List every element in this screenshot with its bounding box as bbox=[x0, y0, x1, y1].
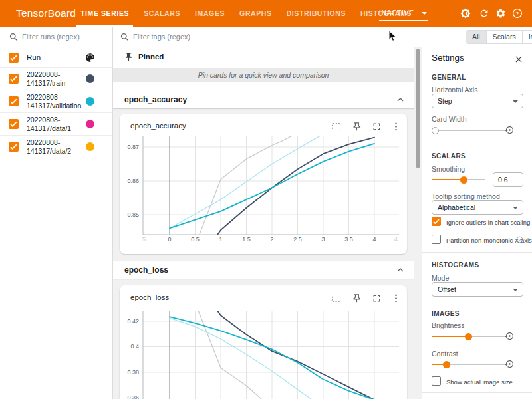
card-title: epoch_accuracy bbox=[130, 122, 186, 130]
app-header: TensorBoard TIME SERIES SCALARS IMAGES G… bbox=[0, 0, 532, 27]
run-checkbox[interactable] bbox=[9, 119, 19, 129]
tab-time-series[interactable]: TIME SERIES bbox=[73, 0, 136, 27]
filter-chip-image[interactable]: Image bbox=[522, 31, 532, 43]
svg-text:1: 1 bbox=[219, 236, 222, 243]
epoch-loss-chart[interactable]: 0.420.40.380.36 bbox=[120, 285, 407, 399]
run-color-dot bbox=[86, 74, 94, 83]
reset-icon[interactable] bbox=[505, 125, 515, 135]
fit-domain-icon[interactable] bbox=[331, 293, 342, 304]
run-color-dot bbox=[86, 97, 94, 106]
close-icon[interactable] bbox=[514, 55, 523, 64]
tab-scalars[interactable]: SCALARS bbox=[136, 0, 188, 27]
reset-icon[interactable] bbox=[505, 359, 515, 369]
scalars-section-label: SCALARS bbox=[432, 152, 466, 160]
svg-text:3.5: 3.5 bbox=[344, 236, 353, 243]
run-checkbox[interactable] bbox=[9, 142, 19, 152]
tensorboard-logo: TensorBoard bbox=[16, 0, 76, 27]
epoch-accuracy-chart[interactable]: 0.850.860.87500.511.522.533.544 bbox=[120, 114, 407, 254]
tab-images[interactable]: IMAGES bbox=[188, 0, 232, 27]
run-checkbox[interactable] bbox=[9, 96, 19, 106]
help-icon[interactable]: ? bbox=[512, 8, 523, 19]
run-select-all-checkbox[interactable] bbox=[9, 53, 19, 63]
epoch-accuracy-card: 0.850.860.87500.511.522.533.544 epoch_ac… bbox=[120, 114, 407, 254]
histogram-mode-select[interactable]: Offset bbox=[432, 282, 523, 297]
smoothing-value-input[interactable]: 0.6 bbox=[493, 172, 523, 187]
smoothing-slider[interactable] bbox=[432, 175, 485, 184]
section-header-epoch-accuracy[interactable]: epoch_accuracy bbox=[113, 91, 414, 108]
svg-text:0: 0 bbox=[168, 236, 171, 243]
theme-toggle-icon[interactable] bbox=[460, 8, 471, 19]
run-checkbox[interactable] bbox=[9, 74, 19, 84]
pinned-section: Pinned Pin cards for a quick view and co… bbox=[113, 47, 414, 91]
more-options-icon[interactable] bbox=[390, 293, 402, 304]
filter-tags-input[interactable]: Filter tags (regex) bbox=[133, 33, 190, 41]
palette-icon[interactable] bbox=[84, 52, 96, 63]
svg-text:0.5: 0.5 bbox=[191, 236, 200, 243]
horizontal-axis-label: Horizontal Axis bbox=[432, 86, 477, 94]
histogram-mode-label: Mode bbox=[432, 274, 449, 282]
help-icon[interactable]: ? bbox=[516, 236, 523, 243]
chevron-up-icon[interactable] bbox=[395, 265, 406, 275]
contrast-slider[interactable] bbox=[432, 360, 505, 369]
settings-panel: Settings GENERAL Horizontal Axis Step Ca… bbox=[422, 47, 532, 399]
run-label: 20220808-141317/validation bbox=[27, 93, 84, 111]
pinned-header-row: Pinned bbox=[113, 47, 414, 67]
run-label: 20220808-141317/data/2 bbox=[27, 138, 84, 156]
section-header-epoch-loss[interactable]: epoch_loss bbox=[113, 261, 414, 279]
svg-text:0.87: 0.87 bbox=[127, 144, 139, 150]
filter-runs-input[interactable]: Filter runs (regex) bbox=[22, 33, 80, 41]
settings-gear-icon[interactable] bbox=[495, 8, 506, 19]
svg-text:3: 3 bbox=[321, 236, 325, 243]
brightness-label: Brightness bbox=[432, 321, 465, 329]
chevron-up-icon[interactable] bbox=[395, 94, 406, 105]
pin-outline-icon[interactable] bbox=[351, 121, 362, 132]
epoch-loss-card: 0.420.40.380.36 epoch_loss bbox=[120, 285, 407, 399]
tab-graphs[interactable]: GRAPHS bbox=[232, 0, 279, 27]
svg-text:0.38: 0.38 bbox=[127, 369, 139, 376]
runs-header-label: Run bbox=[27, 53, 41, 61]
runs-sidebar: Filter runs (regex) Run 20220808-141317/… bbox=[0, 27, 113, 399]
contrast-label: Contrast bbox=[432, 350, 458, 358]
tooltip-sort-select[interactable]: Alphabetical bbox=[432, 200, 523, 215]
show-actual-size-checkbox[interactable] bbox=[432, 376, 441, 386]
horizontal-axis-value: Step bbox=[438, 94, 452, 108]
smoothing-label: Smoothing bbox=[432, 165, 465, 173]
filter-chip-all[interactable]: All bbox=[466, 31, 486, 43]
fullscreen-icon[interactable] bbox=[371, 121, 382, 132]
more-options-icon[interactable] bbox=[390, 121, 402, 132]
svg-text:?: ? bbox=[519, 238, 521, 242]
svg-text:0.85: 0.85 bbox=[127, 211, 139, 218]
card-width-label: Card Width bbox=[432, 115, 467, 123]
vertical-scrollbar[interactable] bbox=[416, 49, 420, 168]
pinned-label: Pinned bbox=[138, 53, 164, 61]
ignore-outliers-label: Ignore outliers in chart scaling bbox=[446, 219, 530, 226]
partition-x-checkbox[interactable] bbox=[432, 235, 441, 244]
chevron-down-icon bbox=[422, 12, 427, 15]
ignore-outliers-checkbox[interactable] bbox=[432, 217, 441, 226]
card-width-slider[interactable] bbox=[432, 126, 505, 135]
section-title: epoch_loss bbox=[124, 265, 168, 275]
runs-filter-row: Filter runs (regex) bbox=[0, 27, 112, 47]
chevron-down-icon bbox=[513, 207, 518, 209]
status-dropdown[interactable]: INACTIVE bbox=[379, 7, 428, 21]
tooltip-sort-label: Tooltip sorting method bbox=[432, 192, 500, 200]
fit-domain-icon[interactable] bbox=[331, 121, 342, 132]
fullscreen-icon[interactable] bbox=[371, 293, 382, 304]
run-row[interactable]: 20220808-141317/train bbox=[0, 68, 112, 90]
refresh-icon[interactable] bbox=[479, 8, 489, 19]
svg-text:?: ? bbox=[516, 11, 519, 17]
svg-text:0.4: 0.4 bbox=[130, 343, 139, 350]
filter-chip-scalars[interactable]: Scalars bbox=[486, 31, 522, 43]
tag-filter-toolbar: Filter tags (regex) All Scalars Image Hi… bbox=[113, 27, 532, 47]
chevron-down-icon bbox=[513, 100, 518, 103]
svg-text:0.36: 0.36 bbox=[127, 394, 139, 399]
tab-distributions[interactable]: DISTRIBUTIONS bbox=[279, 0, 353, 27]
horizontal-axis-select[interactable]: Step bbox=[432, 94, 523, 108]
run-row[interactable]: 20220808-141317/data/1 bbox=[0, 113, 112, 136]
brightness-slider[interactable] bbox=[432, 332, 505, 341]
pin-outline-icon[interactable] bbox=[351, 293, 362, 304]
run-row[interactable]: 20220808-141317/validation bbox=[0, 90, 112, 113]
run-row[interactable]: 20220808-141317/data/2 bbox=[0, 136, 112, 158]
settings-panel-title: Settings bbox=[432, 53, 464, 63]
reset-icon[interactable] bbox=[505, 331, 515, 341]
